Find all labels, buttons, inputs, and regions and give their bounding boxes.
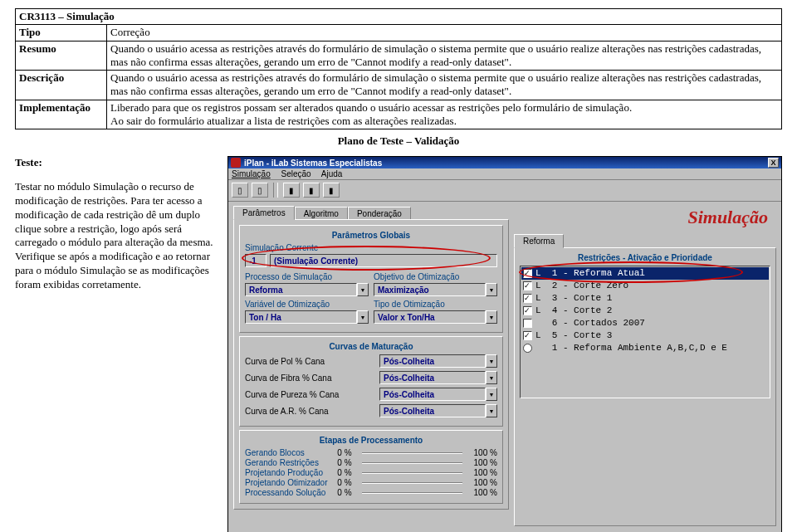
checkbox-icon[interactable]: ✓ bbox=[523, 281, 532, 290]
var-label: Variável de Otimização bbox=[245, 300, 369, 309]
group-etapas: Etapas de Processamento Gerando Blocos0 … bbox=[239, 430, 503, 504]
group-title-restricoes: Restrições - Ativação e Prioridade bbox=[520, 253, 770, 262]
radio-icon[interactable] bbox=[523, 344, 532, 353]
tab-reforma[interactable]: Reforma bbox=[514, 234, 564, 248]
chevron-down-icon[interactable]: ▼ bbox=[486, 354, 497, 368]
restricao-item[interactable]: ✓L 1 - Reforma Atual bbox=[521, 267, 769, 280]
curva-label: Curva de Fibra % Cana bbox=[245, 373, 374, 383]
checkbox-icon[interactable]: ✓ bbox=[523, 294, 532, 303]
proc-combo[interactable]: Reforma ▼ bbox=[245, 283, 369, 296]
restricoes-list[interactable]: ✓L 1 - Reforma Atual✓L 2 - Corte Zero✓L … bbox=[520, 266, 770, 398]
curva-value: Pós-Colheita bbox=[379, 388, 486, 401]
checkbox-icon[interactable] bbox=[523, 319, 532, 328]
checkbox-icon[interactable]: ✓ bbox=[523, 306, 532, 315]
teste-label: Teste: bbox=[15, 156, 222, 170]
tab-parametros[interactable]: Parâmetros bbox=[233, 206, 295, 220]
proc-value: Reforma bbox=[245, 283, 357, 296]
tool-3-icon[interactable]: ▮ bbox=[283, 183, 300, 198]
left-tabs: Parâmetros Algoritmo Ponderação bbox=[233, 205, 509, 219]
restricao-item[interactable]: ✓L 4 - Corte 2 bbox=[521, 305, 769, 317]
cr-title: CR3113 – Simulação bbox=[16, 9, 782, 25]
chevron-down-icon[interactable]: ▼ bbox=[357, 310, 369, 324]
progress-row: Processando Solução0 %100 % bbox=[245, 488, 497, 497]
menubar: Simulação Seleção Ajuda bbox=[228, 168, 781, 180]
chevron-down-icon[interactable]: ▼ bbox=[486, 283, 497, 296]
progress-label: Projetando Produção bbox=[245, 468, 337, 477]
teste-body: Testar no módulo Simulação o recurso de … bbox=[15, 180, 213, 290]
chevron-down-icon[interactable]: ▼ bbox=[486, 371, 497, 384]
tool-1-icon[interactable]: ▯ bbox=[232, 183, 248, 198]
group-title-curvas: Curvas de Maturação bbox=[245, 342, 497, 351]
var-combo[interactable]: Ton / Ha ▼ bbox=[245, 310, 369, 324]
progress-row: Gerando Restrições0 %100 % bbox=[245, 458, 497, 467]
proc-label: Processo de Simulação bbox=[245, 272, 369, 281]
resumo-value: Quando o usuário acessa as restrições at… bbox=[107, 41, 782, 71]
tool-sep bbox=[273, 183, 278, 198]
obj-combo[interactable]: Maximização ▼ bbox=[374, 283, 497, 296]
restricao-item[interactable]: 6 - Cortados 2007 bbox=[521, 317, 769, 329]
progress-100: 100 % bbox=[462, 448, 497, 457]
tipo-otim-combo[interactable]: Valor x Ton/Ha ▼ bbox=[374, 310, 497, 324]
left-panel: Parâmetros Globais Simulação Corrente -1… bbox=[233, 219, 509, 510]
menu-ajuda[interactable]: Ajuda bbox=[321, 169, 343, 178]
curva-combo[interactable]: Pós-Colheita▼ bbox=[379, 371, 497, 384]
curva-value: Pós-Colheita bbox=[379, 354, 486, 368]
progress-label: Projetando Otimizador bbox=[245, 478, 337, 487]
chevron-down-icon[interactable]: ▼ bbox=[486, 404, 497, 417]
progress-0: 0 % bbox=[337, 458, 362, 467]
progress-100: 100 % bbox=[462, 488, 497, 497]
restricao-item[interactable]: ✓L 3 - Corte 1 bbox=[521, 292, 769, 305]
tool-5-icon[interactable]: ▮ bbox=[323, 183, 340, 198]
curva-value: Pós-Colheita bbox=[379, 371, 486, 384]
sim-idx-field[interactable]: -1 bbox=[245, 254, 266, 267]
tipo-otim-value: Valor x Ton/Ha bbox=[374, 310, 486, 324]
restricao-item[interactable]: ✓L 5 - Corte 3 bbox=[521, 329, 769, 342]
curva-combo[interactable]: Pós-Colheita▼ bbox=[379, 354, 497, 368]
tool-2-icon[interactable]: ▯ bbox=[252, 183, 268, 198]
sim-name-field[interactable]: (Simulação Corrente) bbox=[270, 254, 497, 267]
tipo-label: Tipo bbox=[16, 25, 107, 41]
tipo-value: Correção bbox=[107, 25, 782, 41]
curva-combo[interactable]: Pós-Colheita▼ bbox=[379, 388, 497, 401]
chevron-down-icon[interactable]: ▼ bbox=[486, 388, 497, 401]
implementacao-value: Liberado para que os registros possam se… bbox=[107, 100, 782, 129]
menu-simulacao[interactable]: Simulação bbox=[232, 169, 271, 178]
cr-table: CR3113 – Simulação Tipo Correção Resumo … bbox=[15, 8, 782, 129]
tool-4-icon[interactable]: ▮ bbox=[303, 183, 320, 198]
restricao-text: L 3 - Corte 1 bbox=[535, 292, 612, 305]
group-title-etapas: Etapas de Processamento bbox=[245, 436, 497, 445]
tipo-otim-label: Tipo de Otimização bbox=[374, 300, 497, 309]
checkbox-icon[interactable]: ✓ bbox=[523, 269, 532, 278]
restricao-item[interactable]: 1 - Reforma Ambiente A,B,C,D e E bbox=[521, 342, 769, 354]
descricao-label: Descrição bbox=[16, 71, 107, 100]
progress-100: 100 % bbox=[462, 478, 497, 487]
menu-selecao[interactable]: Seleção bbox=[281, 169, 310, 178]
var-value: Ton / Ha bbox=[245, 310, 357, 324]
curva-label: Curva de Pureza % Cana bbox=[245, 390, 374, 399]
progress-label: Gerando Restrições bbox=[245, 458, 337, 467]
brand-logo: Simulação bbox=[514, 205, 776, 233]
toolbar: ▯ ▯ ▮ ▮ ▮ bbox=[228, 180, 781, 202]
progress-row: Projetando Produção0 %100 % bbox=[245, 468, 497, 477]
progress-bar bbox=[362, 492, 462, 494]
curva-label: Curva de A.R. % Cana bbox=[245, 407, 374, 416]
progress-label: Processando Solução bbox=[245, 488, 337, 497]
progress-row: Gerando Blocos0 %100 % bbox=[245, 448, 497, 457]
restricao-item[interactable]: ✓L 2 - Corte Zero bbox=[521, 280, 769, 292]
group-title-globais: Parâmetros Globais bbox=[245, 231, 497, 240]
progress-0: 0 % bbox=[337, 478, 362, 487]
progress-0: 0 % bbox=[337, 448, 362, 457]
checkbox-icon[interactable]: ✓ bbox=[523, 331, 532, 340]
teste-text-block: Teste: Testar no módulo Simulação o recu… bbox=[15, 156, 222, 532]
restricao-text: L 4 - Corte 2 bbox=[535, 305, 612, 317]
progress-row: Projetando Otimizador0 %100 % bbox=[245, 478, 497, 487]
chevron-down-icon[interactable]: ▼ bbox=[486, 310, 497, 324]
obj-value: Maximização bbox=[374, 283, 486, 296]
descricao-value: Quando o usuário acessa as restrições at… bbox=[107, 71, 782, 100]
chevron-down-icon[interactable]: ▼ bbox=[357, 283, 369, 296]
close-button[interactable]: X bbox=[768, 158, 779, 168]
curva-combo[interactable]: Pós-Colheita▼ bbox=[379, 404, 497, 417]
progress-bar bbox=[362, 482, 462, 484]
restricao-text: L 1 - Reforma Atual bbox=[535, 267, 645, 280]
titlebar: iPlan - iLab Sistemas Especialistas X bbox=[228, 157, 781, 168]
